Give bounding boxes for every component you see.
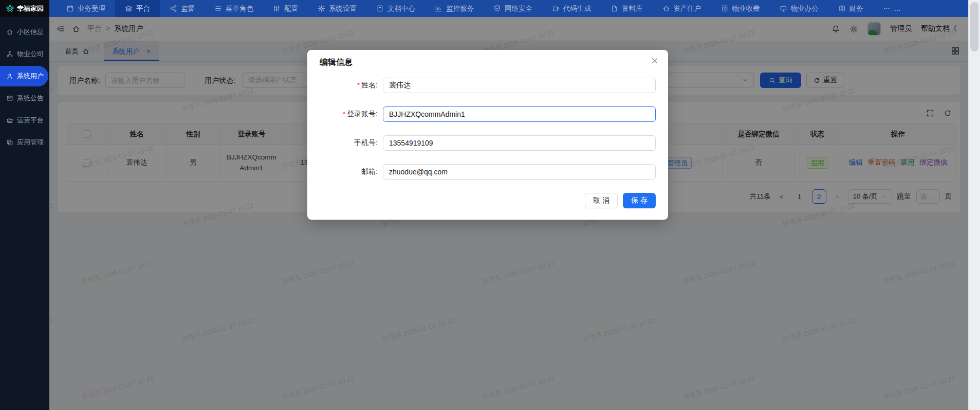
top-nav: 幸福家园 业务受理平台监督菜单角色配置系统设置文档中心监控服务网络安全代码生成资… xyxy=(0,0,968,17)
sidebar-item[interactable]: 应用管理 xyxy=(0,132,49,153)
finance-icon xyxy=(838,5,846,12)
email-field-input[interactable] xyxy=(383,164,656,180)
scrollbar-thumb[interactable] xyxy=(970,2,978,51)
shield-icon xyxy=(493,5,501,12)
top-nav-item-label: 文档中心 xyxy=(387,4,415,13)
top-nav-menu: 业务受理平台监督菜单角色配置系统设置文档中心监控服务网络安全代码生成资料库资产住… xyxy=(57,0,911,17)
form-row-account: *登录账号: xyxy=(320,106,656,122)
top-nav-item[interactable]: 代码生成 xyxy=(542,0,601,17)
calendar-icon xyxy=(66,5,74,12)
sidebar-item[interactable]: 小区信息 xyxy=(0,22,49,42)
file-icon xyxy=(611,5,618,12)
top-nav-item[interactable]: 菜单角色 xyxy=(205,0,263,17)
top-nav-item-label: 监督 xyxy=(181,4,195,13)
sidebar-item[interactable]: 运营平台 xyxy=(0,110,49,131)
top-nav-item[interactable]: 网络安全 xyxy=(484,0,542,17)
top-nav-item[interactable]: 系统设置 xyxy=(308,0,366,17)
close-icon[interactable] xyxy=(651,57,659,65)
sidebar-item[interactable]: 系统用户 xyxy=(0,66,48,86)
top-nav-item[interactable]: 资产住户 xyxy=(653,0,711,17)
top-nav-item[interactable]: 监督 xyxy=(160,0,205,17)
gear-icon xyxy=(318,5,325,12)
top-nav-item-label: 菜单角色 xyxy=(226,4,253,13)
dialog-title: 编辑信息 xyxy=(320,57,656,68)
form-row-name: *姓名: xyxy=(320,78,656,93)
top-nav-item[interactable]: … xyxy=(873,0,911,17)
form-row-phone: 手机号: xyxy=(320,135,656,151)
top-nav-item-label: 资产住户 xyxy=(674,4,701,13)
sidebar-item-label: 运营平台 xyxy=(17,116,44,125)
document-icon xyxy=(376,5,384,12)
top-nav-item-label: 物业收费 xyxy=(732,4,760,13)
top-nav-item-label: 平台 xyxy=(136,4,150,13)
top-nav-item[interactable]: 业务受理 xyxy=(57,0,115,17)
top-nav-item-label: 代码生成 xyxy=(563,4,591,13)
menu-list-icon xyxy=(214,5,222,12)
chart-icon xyxy=(435,5,442,12)
sidebar-item[interactable]: 物业公司 xyxy=(0,44,49,64)
home-icon xyxy=(6,28,13,35)
save-button[interactable]: 保 存 xyxy=(623,193,656,208)
top-nav-item[interactable]: 资料库 xyxy=(601,0,653,17)
required-asterisk: * xyxy=(357,81,360,89)
email-field-label: 邮箱: xyxy=(320,167,378,176)
top-nav-item[interactable]: 物业收费 xyxy=(711,0,770,17)
sidebar-item-label: 物业公司 xyxy=(17,49,44,59)
top-nav-item-label: 监控服务 xyxy=(446,4,474,13)
home-icon xyxy=(662,5,670,12)
monitor-icon xyxy=(780,5,787,12)
sidebar-item-label: 系统公告 xyxy=(17,94,44,103)
top-nav-item-label: 财务 xyxy=(849,4,863,13)
top-nav-item-label: 配置 xyxy=(284,4,298,13)
account-field-input[interactable] xyxy=(383,106,656,122)
top-nav-item-label: 系统设置 xyxy=(329,4,357,13)
edit-info-dialog: 编辑信息 *姓名: *登录账号: 手机号: 邮箱: 取 消 保 存 xyxy=(307,50,668,220)
copy-icon xyxy=(6,139,13,146)
top-nav-item[interactable]: 物业办公 xyxy=(770,0,828,17)
app-logo[interactable]: 幸福家园 xyxy=(0,0,49,17)
sidebar-item[interactable]: 系统公告 xyxy=(0,88,49,109)
top-nav-item-label: 物业办公 xyxy=(791,4,819,13)
top-nav-item-label: 业务受理 xyxy=(78,4,105,13)
form-row-email: 邮箱: xyxy=(320,164,656,180)
bank-icon xyxy=(125,5,133,12)
sidebar-item-label: 应用管理 xyxy=(17,138,44,147)
share-nodes-icon xyxy=(170,5,177,12)
cancel-button[interactable]: 取 消 xyxy=(585,193,618,208)
sidebar: 小区信息物业公司系统用户系统公告运营平台应用管理 xyxy=(0,17,49,410)
sidebar-item-label: 小区信息 xyxy=(17,27,44,37)
top-nav-item[interactable]: 监控服务 xyxy=(425,0,484,17)
top-nav-item-label: 资料库 xyxy=(622,4,643,13)
phone-field-label: 手机号: xyxy=(320,138,378,148)
top-nav-item[interactable]: 文档中心 xyxy=(366,0,425,17)
scrollbar-track[interactable] xyxy=(968,0,980,410)
sliders-icon xyxy=(273,5,281,12)
top-nav-item-label: 网络安全 xyxy=(505,4,532,13)
account-field-label: *登录账号: xyxy=(320,110,378,119)
name-field-label: *姓名: xyxy=(320,81,378,90)
top-nav-item[interactable]: 财务 xyxy=(828,0,873,17)
phone-field-input[interactable] xyxy=(383,135,656,151)
app-title: 幸福家园 xyxy=(17,4,44,13)
sidebar-item-label: 系统用户 xyxy=(17,72,44,81)
fee-badge-icon xyxy=(721,5,729,12)
top-nav-item[interactable]: 配置 xyxy=(263,0,308,17)
mail-icon xyxy=(6,95,13,102)
top-nav-item[interactable]: 平台 xyxy=(115,0,160,17)
required-asterisk: * xyxy=(343,110,345,118)
network-icon xyxy=(6,50,13,58)
top-nav-item-label: … xyxy=(894,5,901,12)
user-icon xyxy=(6,73,13,80)
app-logo-icon xyxy=(6,4,14,13)
name-field-input[interactable] xyxy=(383,78,656,93)
mug-icon xyxy=(552,5,560,12)
ellipsis-icon xyxy=(883,5,891,12)
crown-icon xyxy=(6,117,13,124)
